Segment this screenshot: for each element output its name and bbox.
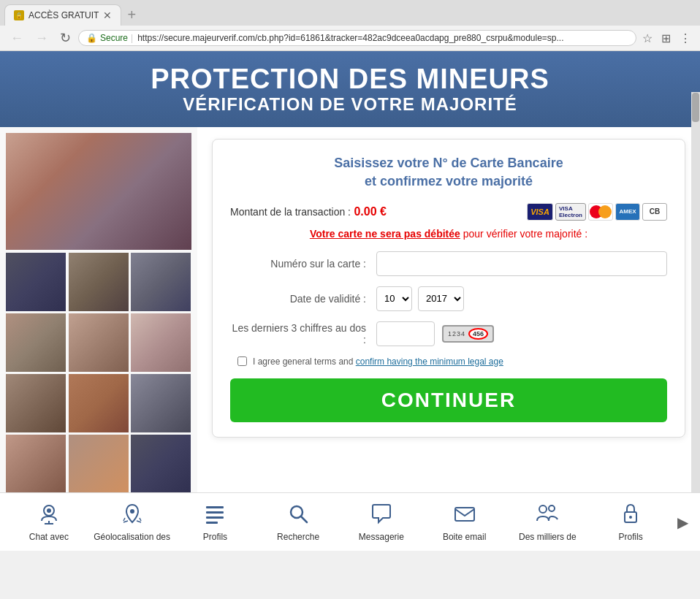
browser-chrome: 🔒 ACCÈS GRATUIT ✕ + ← → ↻ 🔒 Secure | htt… [0,0,700,51]
photo-thumb-10 [6,435,66,493]
terms-text: I agree general terms and confirm having… [253,356,503,367]
transaction-amount: 0.00 € [354,205,386,218]
photo-thumb-8 [69,374,129,432]
transaction-label: Montant de la transaction : [230,206,351,218]
svg-point-4 [130,509,134,514]
cvv-input[interactable] [376,321,435,346]
nav-item-people[interactable]: Des milliers de [506,502,590,542]
webcam-icon [37,502,61,529]
cvv-icon: 1234 456 [442,325,494,343]
active-tab[interactable]: 🔒 ACCÈS GRATUIT ✕ [4,4,121,26]
mc-circle-right [598,205,612,218]
cvv-highlight: 456 [468,328,488,340]
transaction-row: Montant de la transaction : 0.00 € VISA … [230,203,667,221]
list-icon [203,502,227,529]
page-content: PROTECTION DES MINEURS VÉRIFICATION DE V… [0,51,700,551]
nav-item-profils[interactable]: Profils [174,502,257,542]
photo-thumb-2 [69,253,129,311]
forward-button[interactable]: → [31,29,53,47]
form-heading-line1: Saisissez votre N° de Carte Bancaire [230,154,667,172]
people-icon [536,502,559,529]
visa-electron-logo: VISAElectron [555,203,586,221]
photo-thumb-1 [6,253,66,311]
scrollbar[interactable] [691,92,700,492]
nav-label-email: Boite email [443,532,486,542]
cvv-card-numbers: 1234 [448,330,465,337]
svg-rect-6 [206,511,224,514]
photo-thumb-3 [131,253,191,311]
tab-title: ACCÈS GRATUIT [28,10,99,20]
tab-close-button[interactable]: ✕ [103,9,112,21]
tab-bar: 🔒 ACCÈS GRATUIT ✕ + [0,0,700,26]
transaction-info: Montant de la transaction : 0.00 € [230,205,387,218]
photo-thumb-9 [131,374,191,432]
reload-button[interactable]: ↻ [56,28,75,47]
svg-rect-7 [206,516,224,519]
header-title-line2: VÉRIFICATION DE VOTRE MAJORITÉ [15,95,685,114]
svg-rect-11 [455,508,474,521]
svg-point-12 [539,505,547,513]
separator: | [131,33,133,43]
nav-item-search[interactable]: Recherche [256,502,340,542]
lock-icon: 🔒 [86,33,97,43]
nav-label-profils1: Profils [203,532,227,542]
chat-icon [370,502,393,529]
secure-text: Secure [100,33,128,43]
nav-actions: ☆ ⊞ ⋮ [639,30,694,47]
cvv-label: Les derniers 3 chiffres au dos : [230,322,376,346]
photo-grid [6,253,191,493]
expiry-month-select[interactable]: 1234 5678 9101112 [376,286,412,311]
bottom-nav: Chat avec Géolocalisation des [0,492,700,551]
amex-logo: AMEX [615,203,640,221]
photo-thumb-11 [69,435,129,493]
lock-icon [619,502,642,529]
nav-item-geo[interactable]: Géolocalisation des [91,502,174,542]
main-photo [6,133,191,250]
warning-suffix: pour vérifier votre majorité : [460,228,587,240]
expiry-label: Date de validité : [230,293,376,305]
nav-item-messagerie[interactable]: Messagerie [340,502,423,542]
header-banner: PROTECTION DES MINEURS VÉRIFICATION DE V… [0,51,700,127]
back-button[interactable]: ← [6,29,28,47]
date-selects: 1234 5678 9101112 201620172018 201920202… [376,286,464,311]
terms-row: I agree general terms and confirm having… [230,356,667,367]
warning-bold: Votre carte ne sera pas débitée [310,228,460,240]
photo-thumb-6 [131,313,191,372]
terms-checkbox[interactable] [237,356,247,366]
main-layout: Saisissez votre N° de Carte Bancaire et … [0,127,700,532]
continuer-button[interactable]: CONTINUER [230,378,667,422]
form-heading-line2: et confirmez votre majorité [230,172,667,191]
photo-thumb-12 [131,435,191,493]
menu-button[interactable]: ⋮ [677,30,694,47]
nav-item-email[interactable]: Boite email [423,502,506,542]
terms-link[interactable]: confirm having the minimum legal age [356,356,503,367]
svg-rect-8 [206,522,218,524]
visa-logo: VISA [527,203,553,221]
address-bar[interactable]: 🔒 Secure | https://secure.majeurverif.co… [78,30,636,46]
svg-rect-5 [206,506,224,508]
nav-item-profils2[interactable]: Profils [589,502,672,542]
nav-label-geo: Géolocalisation des [94,532,170,542]
card-number-label: Numéro sur la carte : [230,258,376,270]
nav-item-chat[interactable]: Chat avec [7,502,91,542]
expiry-year-select[interactable]: 201620172018 201920202021 20222023 [418,286,464,311]
cvv-row: Les derniers 3 chiffres au dos : 1234 45… [230,321,667,346]
url-text: https://secure.majeurverif.com/cb.php?id… [137,33,628,43]
extensions-button[interactable]: ⊞ [658,30,674,47]
card-number-input[interactable] [376,251,667,276]
new-tab-button[interactable]: + [127,7,136,23]
photo-thumb-5 [69,313,129,372]
nav-label-search: Recherche [277,532,319,542]
more-button[interactable]: ▶ [672,500,693,544]
nav-label-messagerie: Messagerie [359,532,404,542]
bookmark-button[interactable]: ☆ [639,30,655,47]
card-logos: VISA VISAElectron AMEX CB [527,203,667,221]
photo-thumb-4 [6,313,66,372]
cb-logo: CB [642,203,667,221]
svg-point-1 [47,508,51,513]
nav-label-people: Des milliers de [519,532,577,542]
nav-label-chat: Chat avec [29,532,69,542]
form-heading: Saisissez votre N° de Carte Bancaire et … [230,154,667,191]
svg-point-15 [629,516,632,519]
form-panel: Saisissez votre N° de Carte Bancaire et … [197,127,700,532]
